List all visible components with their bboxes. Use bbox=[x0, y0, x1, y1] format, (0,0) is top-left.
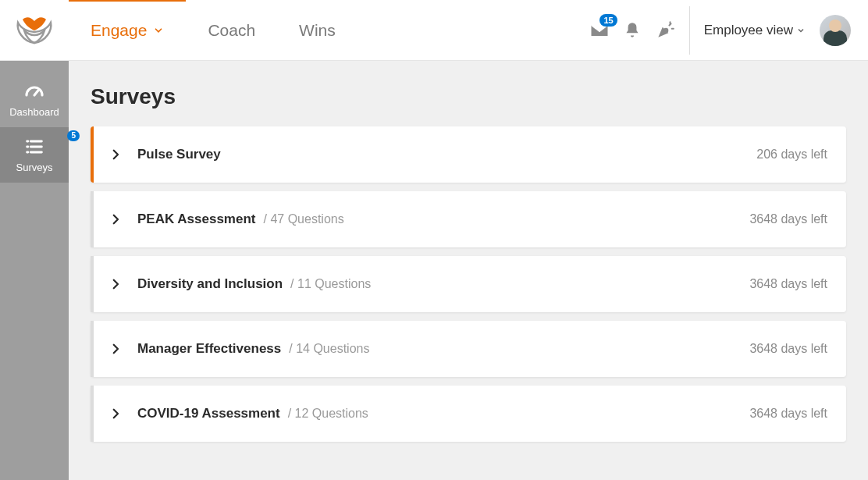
mail-badge: 15 bbox=[599, 14, 617, 27]
survey-days-left: 3648 days left bbox=[749, 407, 827, 421]
celebrate-button[interactable] bbox=[649, 14, 681, 47]
chevron-down-icon bbox=[796, 26, 806, 35]
top-header: Engage Coach Wins 15 Employee view bbox=[0, 0, 868, 61]
avatar-body bbox=[824, 30, 847, 46]
layout: Dashboard 5 Surveys Surveys Pulse Survey… bbox=[0, 61, 868, 480]
survey-list: Pulse Survey206 days leftPEAK Assessment… bbox=[91, 126, 846, 442]
survey-days-left: 3648 days left bbox=[749, 277, 827, 291]
notifications-button[interactable] bbox=[616, 14, 649, 47]
page-title: Surveys bbox=[91, 84, 846, 109]
bell-icon bbox=[622, 20, 642, 41]
survey-name: COVID-19 Assessment bbox=[137, 406, 280, 421]
survey-card[interactable]: Diversity and Inclusion/ 11 Questions364… bbox=[91, 256, 846, 312]
survey-card[interactable]: COVID-19 Assessment/ 12 Questions3648 da… bbox=[91, 386, 846, 442]
survey-question-count: / 11 Questions bbox=[290, 277, 371, 291]
survey-question-count: / 14 Questions bbox=[289, 342, 369, 356]
sidebar-surveys-label: Surveys bbox=[0, 162, 69, 173]
avatar[interactable] bbox=[820, 15, 851, 46]
view-selector-label: Employee view bbox=[704, 23, 793, 38]
megaphone-icon bbox=[655, 20, 675, 41]
survey-name: PEAK Assessment bbox=[137, 212, 256, 227]
chevron-down-icon bbox=[153, 25, 164, 36]
chevron-right-icon bbox=[94, 212, 137, 226]
list-icon: 5 bbox=[0, 135, 69, 158]
nav-wins[interactable]: Wins bbox=[277, 0, 358, 60]
survey-days-left: 3648 days left bbox=[749, 342, 827, 356]
survey-name: Diversity and Inclusion bbox=[137, 276, 283, 292]
sidebar: Dashboard 5 Surveys bbox=[0, 61, 69, 480]
chevron-right-icon bbox=[94, 342, 137, 356]
nav-coach[interactable]: Coach bbox=[186, 0, 277, 60]
nav-coach-label: Coach bbox=[208, 21, 255, 40]
survey-question-count: / 12 Questions bbox=[288, 407, 368, 421]
chevron-right-icon bbox=[94, 148, 137, 162]
header-divider bbox=[689, 6, 690, 55]
primary-nav: Engage Coach Wins bbox=[69, 0, 358, 60]
sidebar-item-surveys[interactable]: 5 Surveys bbox=[0, 127, 69, 183]
survey-days-left: 206 days left bbox=[756, 148, 827, 162]
survey-question-count: / 47 Questions bbox=[264, 212, 344, 226]
lotus-icon bbox=[15, 15, 54, 46]
surveys-badge: 5 bbox=[67, 130, 80, 141]
survey-card[interactable]: Pulse Survey206 days left bbox=[91, 126, 846, 183]
chevron-right-icon bbox=[94, 277, 137, 291]
chevron-right-icon bbox=[94, 407, 137, 421]
survey-card[interactable]: PEAK Assessment/ 47 Questions3648 days l… bbox=[91, 191, 846, 247]
nav-engage-label: Engage bbox=[91, 21, 147, 40]
survey-card[interactable]: Manager Effectiveness/ 14 Questions3648 … bbox=[91, 321, 846, 377]
survey-name: Manager Effectiveness bbox=[137, 341, 281, 357]
main-content: Surveys Pulse Survey206 days leftPEAK As… bbox=[69, 61, 868, 480]
view-selector[interactable]: Employee view bbox=[704, 23, 806, 38]
sidebar-dashboard-label: Dashboard bbox=[0, 106, 69, 118]
app-logo[interactable] bbox=[0, 0, 69, 61]
nav-engage[interactable]: Engage bbox=[69, 0, 186, 59]
svg-point-0 bbox=[663, 27, 669, 33]
sidebar-item-dashboard[interactable]: Dashboard bbox=[0, 72, 69, 127]
header-right: 15 Employee view bbox=[583, 0, 868, 60]
survey-name: Pulse Survey bbox=[137, 147, 221, 162]
gauge-icon bbox=[0, 80, 69, 103]
nav-wins-label: Wins bbox=[299, 21, 336, 40]
mail-button[interactable]: 15 bbox=[583, 14, 616, 47]
survey-days-left: 3648 days left bbox=[749, 212, 827, 226]
avatar-head bbox=[829, 20, 841, 32]
